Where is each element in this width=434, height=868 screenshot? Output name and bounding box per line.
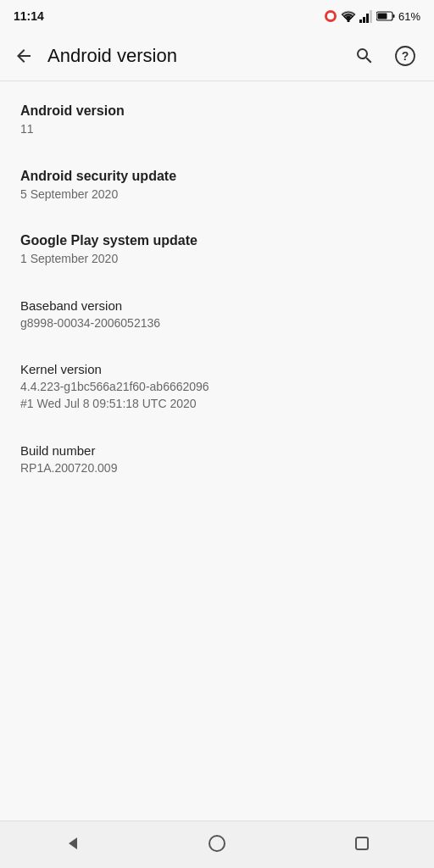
wifi-icon: [341, 10, 356, 22]
value-android-security-update: 5 September 2020: [20, 186, 414, 203]
svg-text:?: ?: [402, 49, 409, 63]
status-icons: 61%: [324, 9, 420, 23]
app-bar-actions: ?: [346, 37, 424, 75]
value-build-number: RP1A.200720.009: [20, 460, 414, 477]
svg-rect-3: [359, 19, 362, 23]
value-baseband-version: g8998-00034-2006052136: [20, 315, 414, 332]
info-item-android-version: Android version11: [0, 88, 434, 153]
info-item-baseband-version: Baseband versiong8998-00034-2006052136: [0, 283, 434, 348]
value-google-play-system-update: 1 September 2020: [20, 251, 414, 268]
nav-recent-button[interactable]: [337, 823, 387, 864]
nav-home-button[interactable]: [192, 823, 242, 864]
svg-rect-4: [363, 17, 365, 23]
battery-icon: [376, 10, 395, 22]
svg-rect-6: [370, 10, 372, 23]
svg-point-1: [327, 13, 334, 19]
value-kernel-version: 4.4.223-g1bc566a21f60-ab6662096 #1 Wed J…: [20, 379, 414, 412]
svg-marker-12: [69, 837, 77, 849]
svg-point-13: [209, 836, 225, 851]
status-time: 11:14: [14, 9, 44, 23]
label-android-security-update: Android security update: [20, 169, 414, 184]
label-kernel-version: Kernel version: [20, 362, 414, 376]
battery-percent: 61%: [398, 10, 420, 23]
svg-rect-5: [366, 14, 369, 23]
label-build-number: Build number: [20, 443, 414, 458]
record-icon: [324, 9, 337, 23]
info-item-android-security-update: Android security update5 September 2020: [0, 153, 434, 219]
back-button[interactable]: [3, 36, 44, 76]
signal-icon: [359, 9, 373, 23]
label-android-version: Android version: [20, 103, 414, 119]
search-button[interactable]: [346, 37, 383, 75]
navigation-bar: [0, 821, 434, 868]
page-title: Android version: [47, 45, 346, 67]
info-item-kernel-version: Kernel version4.4.223-g1bc566a21f60-ab66…: [0, 347, 434, 427]
help-button[interactable]: ?: [387, 37, 424, 75]
svg-rect-8: [392, 14, 394, 18]
status-bar: 11:14: [0, 0, 434, 31]
svg-rect-9: [377, 14, 387, 19]
app-bar: Android version ?: [0, 31, 434, 81]
svg-rect-14: [356, 837, 368, 849]
label-google-play-system-update: Google Play system update: [20, 233, 414, 248]
content-area: Android version11Android security update…: [0, 81, 434, 821]
label-baseband-version: Baseband version: [20, 298, 414, 313]
info-item-google-play-system-update: Google Play system update1 September 202…: [0, 218, 434, 283]
value-android-version: 11: [20, 121, 414, 138]
nav-back-button[interactable]: [47, 823, 97, 864]
info-item-build-number: Build numberRP1A.200720.009: [0, 428, 434, 492]
